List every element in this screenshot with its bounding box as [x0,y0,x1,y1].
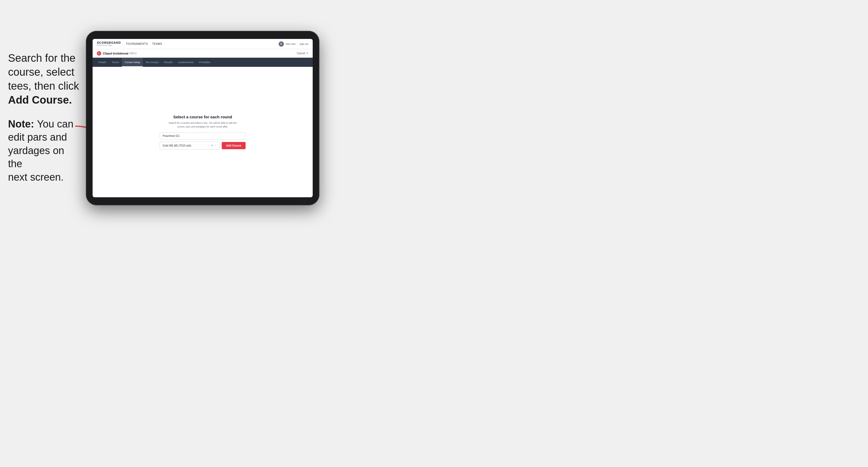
signout-link[interactable]: Sign out [300,43,308,45]
instruction-text: Search for thecourse, selecttees, then c… [8,51,81,107]
logo-text: SCOREBOARD [97,41,121,44]
tab-teams[interactable]: Teams [109,58,122,67]
nav-teams[interactable]: TEAMS [152,42,162,45]
nav-right: R Test User | Sign out [279,41,308,47]
tab-tee-groups[interactable]: Tee Groups [143,58,161,67]
logo-sub: Powered by clippd [97,44,121,46]
tee-select-wrapper: Gold (M) (M) (7010 yds) ✕ ⌃ Add Course [160,142,246,150]
course-card: Select a course for each round Search fo… [160,115,246,150]
tab-results[interactable]: Results [161,58,175,67]
tournament-header: C Clippd Invitational (Men) Cancel ✕ [93,49,313,58]
tab-course-setup[interactable]: Course Setup [122,58,143,67]
main-content: Select a course for each round Search fo… [93,67,313,197]
user-label: Test User [286,43,296,45]
tee-chevron-icon[interactable]: ⌃ [214,145,217,147]
tournament-name: Clippd Invitational [103,52,128,55]
nav-links: TOURNAMENTS TEAMS [126,42,278,45]
cancel-x-icon: ✕ [306,52,308,55]
course-search-wrapper [160,132,246,139]
tournament-icon: C [97,51,101,56]
nav-tournaments[interactable]: TOURNAMENTS [126,42,148,45]
tab-printables[interactable]: Printables [196,58,213,67]
note-line2: edit pars and [8,131,67,143]
tee-select-controls: ✕ ⌃ [211,144,217,147]
tab-leaderboards[interactable]: Leaderboards [175,58,196,67]
user-avatar: R [279,41,284,47]
annotation-panel: Search for thecourse, selecttees, then c… [8,51,81,184]
tee-clear-icon[interactable]: ✕ [211,144,213,147]
cancel-button[interactable]: Cancel ✕ [297,52,308,55]
note-label: Note: [8,118,37,130]
course-card-desc: Search for a course and select a tee. Yo… [160,121,246,129]
course-card-title: Select a course for each round [160,115,246,119]
tab-details[interactable]: Details [96,58,109,67]
add-course-button[interactable]: Add Course [222,142,246,149]
note-line3: yardages on the [8,145,64,169]
tablet-device: SCOREBOARD Powered by clippd TOURNAMENTS… [86,31,319,205]
top-navbar: SCOREBOARD Powered by clippd TOURNAMENTS… [93,39,313,49]
course-search-input[interactable] [160,132,246,139]
tablet-screen: SCOREBOARD Powered by clippd TOURNAMENTS… [93,39,313,197]
note-text: Note: You can edit pars and yardages on … [8,118,81,184]
tab-bar: Details Teams Course Setup Tee Groups Re… [93,58,313,67]
note-line4: next screen. [8,172,64,183]
tee-select[interactable]: Gold (M) (M) (7010 yds) ✕ ⌃ [160,142,220,150]
note-line1: You can [37,118,73,130]
tournament-gender: (Men) [129,52,136,55]
cancel-label: Cancel [297,52,305,55]
nav-separator: | [298,43,298,45]
tee-value: Gold (M) (M) (7010 yds) [163,144,191,147]
logo-area: SCOREBOARD Powered by clippd [97,41,121,46]
instruction-bold: Add Course. [8,94,72,106]
